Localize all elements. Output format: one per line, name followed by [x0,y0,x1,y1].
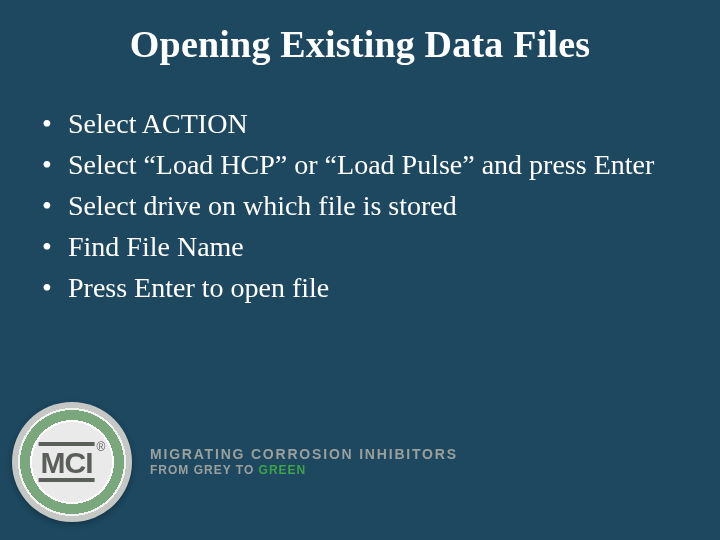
bullet-item: Select ACTION [38,106,682,141]
slide-content: Select ACTION Select “Load HCP” or “Load… [0,106,720,305]
footer-logo-area: MCI ® MIGRATING CORROSION INHIBITORS FRO… [12,402,458,522]
mci-logo-text: MCI [39,442,95,482]
slide: Opening Existing Data Files Select ACTIO… [0,0,720,540]
mci-mark: MCI ® [39,442,106,482]
bullet-item: Press Enter to open file [38,270,682,305]
tagline-grey: FROM GREY TO [150,463,259,477]
tagline-line2: FROM GREY TO GREEN [150,464,458,478]
registered-mark: ® [97,440,106,454]
slide-title: Opening Existing Data Files [0,0,720,66]
bullet-list: Select ACTION Select “Load HCP” or “Load… [38,106,682,305]
bullet-item: Find File Name [38,229,682,264]
bullet-item: Select drive on which file is stored [38,188,682,223]
tagline-line1: MIGRATING CORROSION INHIBITORS [150,446,458,462]
mci-roundel-icon: MCI ® [12,402,132,522]
bullet-item: Select “Load HCP” or “Load Pulse” and pr… [38,147,682,182]
logo-tagline: MIGRATING CORROSION INHIBITORS FROM GREY… [150,446,458,478]
tagline-green: GREEN [259,463,307,477]
